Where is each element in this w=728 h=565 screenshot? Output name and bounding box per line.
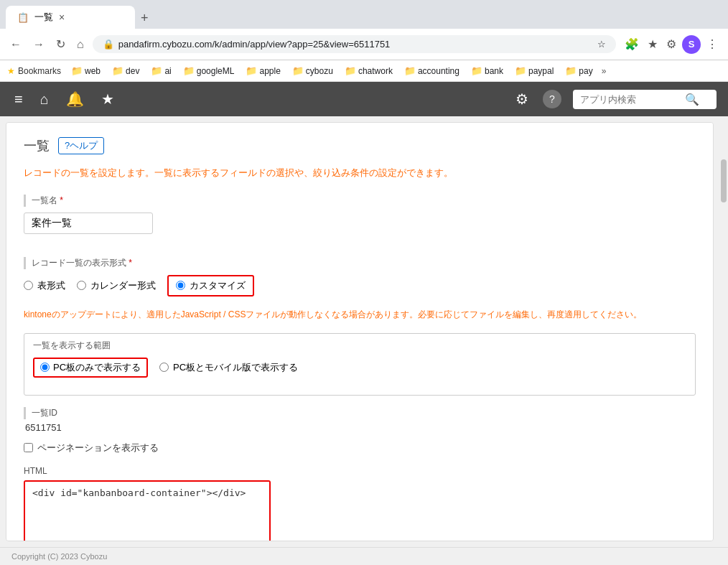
radio-table-item[interactable]: 表形式 <box>24 279 65 292</box>
forward-button[interactable]: → <box>30 37 47 52</box>
help-link[interactable]: ?ヘルプ <box>58 137 104 154</box>
bookmarks-label: Bookmarks <box>18 66 61 76</box>
profile-avatar[interactable]: S <box>682 35 701 54</box>
folder-icon: 📁 <box>71 65 83 76</box>
list-name-input[interactable] <box>24 213 153 234</box>
radio-table-input[interactable] <box>24 281 33 290</box>
back-button[interactable]: ← <box>7 37 24 52</box>
active-tab[interactable]: 📋 一覧 × <box>6 6 135 29</box>
content-area: 一覧 ?ヘルプ レコードの一覧を設定します。一覧に表示するフィールドの選択や、絞… <box>6 122 714 541</box>
bookmark-chatwork[interactable]: 📁chatwork <box>340 64 397 78</box>
lock-icon: 🔒 <box>103 39 114 50</box>
bookmarks-bar: ★ Bookmarks 📁web 📁dev 📁ai 📁googleML 📁app… <box>0 60 728 82</box>
list-name-section: 一覧名 * <box>24 195 696 246</box>
bookmark-paypal[interactable]: 📁paypal <box>510 64 558 78</box>
range-section-title: 一覧を表示する範囲 <box>33 340 686 352</box>
bookmark-bank[interactable]: 📁bank <box>467 64 508 78</box>
radio-custom-input[interactable] <box>176 281 185 290</box>
list-id-value: 6511751 <box>25 422 696 433</box>
bookmark-apple[interactable]: 📁apple <box>241 64 284 78</box>
radio-custom-selected[interactable]: カスタマイズ <box>167 275 254 296</box>
new-tab-button[interactable]: + <box>135 8 154 29</box>
home-icon-button[interactable]: ⌂ <box>37 88 52 111</box>
main-content: 一覧 ?ヘルプ レコードの一覧を設定します。一覧に表示するフィールドの選択や、絞… <box>0 116 728 547</box>
folder-icon: 📁 <box>471 65 482 76</box>
range-pc-only-input[interactable] <box>40 363 50 372</box>
url-text: pandafirm.cybozu.com/k/admin/app/view?ap… <box>118 39 593 50</box>
pagination-label: ページネーションを表示する <box>37 442 159 454</box>
bookmark-accounting[interactable]: 📁accounting <box>400 64 464 78</box>
settings-button[interactable]: ⚙ <box>663 36 679 52</box>
range-radio-group: PC板のみで表示する PC板とモバイル版で表示する <box>33 358 686 378</box>
radio-table-label: 表形式 <box>37 279 65 292</box>
kintone-toolbar: ≡ ⌂ 🔔 ★ ⚙ ? 🔍 <box>0 82 728 116</box>
range-pc-only-selected[interactable]: PC板のみで表示する <box>33 358 148 378</box>
search-input[interactable] <box>580 94 681 105</box>
tab-bar: 📋 一覧 × + <box>0 0 728 29</box>
bookmarks-star-icon: ★ <box>7 66 15 76</box>
more-bookmarks[interactable]: » <box>602 66 607 76</box>
bookmark-web[interactable]: 📁web <box>67 64 105 78</box>
list-id-label: 一覧ID <box>24 407 696 419</box>
menu-button[interactable]: ⋮ <box>704 36 721 52</box>
footer: Copyright (C) 2023 Cybozu <box>0 547 728 565</box>
url-bar[interactable]: 🔒 pandafirm.cybozu.com/k/admin/app/view?… <box>93 35 616 53</box>
bookmark-star-icon[interactable]: ☆ <box>597 39 606 50</box>
pagination-checkbox-row[interactable]: ページネーションを表示する <box>24 442 696 454</box>
bookmark-googleml[interactable]: 📁googleML <box>179 64 239 78</box>
extensions-button[interactable]: 🧩 <box>622 36 642 52</box>
scrollbar-thumb[interactable] <box>721 159 727 202</box>
bookmark-ai[interactable]: 📁ai <box>146 64 175 78</box>
browser-window: 📋 一覧 × + ← → ↻ ⌂ 🔒 pandafirm.cybozu.com/… <box>0 0 728 565</box>
browser-actions: 🧩 ★ ⚙ S ⋮ <box>622 35 721 54</box>
display-format-label: レコード一覧の表示形式 <box>32 258 126 268</box>
radio-calendar-item[interactable]: カレンダー形式 <box>77 279 156 292</box>
page-header: 一覧 ?ヘルプ <box>24 137 696 154</box>
copyright-text: Copyright (C) 2023 Cybozu <box>11 552 107 561</box>
folder-icon: 📁 <box>151 65 162 76</box>
radio-calendar-label: カレンダー形式 <box>90 279 156 292</box>
bookmark-icon[interactable]: ★ <box>645 36 661 52</box>
radio-custom-label: カスタマイズ <box>190 279 246 292</box>
bell-icon-button[interactable]: 🔔 <box>63 88 87 111</box>
bookmark-cybozu[interactable]: 📁cybozu <box>288 64 337 78</box>
list-id-section: 一覧ID 6511751 <box>24 407 696 433</box>
bookmark-pay[interactable]: 📁pay <box>561 64 597 78</box>
range-section: 一覧を表示する範囲 PC板のみで表示する PC板とモバイル版で表示する <box>24 333 696 396</box>
menu-icon-button[interactable]: ≡ <box>11 88 26 111</box>
search-box[interactable]: 🔍 <box>573 90 717 109</box>
display-format-radio-group: 表形式 カレンダー形式 カスタマイズ <box>24 275 696 296</box>
list-name-label: 一覧名 <box>32 195 57 205</box>
range-pc-mobile-label: PC板とモバイル版で表示する <box>173 361 298 374</box>
warning-text: kintoneのアップデートにより、適用したJavaScript / CSSファ… <box>24 308 696 322</box>
home-button[interactable]: ⌂ <box>74 37 87 52</box>
star-icon-button[interactable]: ★ <box>98 88 117 111</box>
html-textarea-wrapper: <div id="kanbanboard-container"></div> <box>24 480 271 541</box>
folder-icon: 📁 <box>246 65 257 76</box>
range-pc-mobile-input[interactable] <box>159 363 169 372</box>
folder-icon: 📁 <box>515 65 526 76</box>
radio-calendar-input[interactable] <box>77 281 86 290</box>
html-label: HTML <box>24 466 696 476</box>
help-icon-button[interactable]: ? <box>543 90 561 108</box>
folder-icon: 📁 <box>345 65 356 76</box>
folder-icon: 📁 <box>404 65 416 76</box>
gear-icon-button[interactable]: ⚙ <box>513 88 531 111</box>
folder-icon: 📁 <box>112 65 123 76</box>
search-button[interactable]: 🔍 <box>685 93 699 106</box>
description-text: レコードの一覧を設定します。一覧に表示するフィールドの選択や、絞り込み条件の設定… <box>24 166 696 180</box>
close-tab-button[interactable]: × <box>59 11 65 23</box>
folder-icon: 📁 <box>292 65 304 76</box>
range-pc-mobile-item[interactable]: PC板とモバイル版で表示する <box>159 361 298 374</box>
range-pc-only-label: PC板のみで表示する <box>53 361 141 374</box>
scrollbar[interactable] <box>719 116 728 547</box>
reload-button[interactable]: ↻ <box>53 36 68 52</box>
required-mark: * <box>60 195 63 205</box>
required-mark2: * <box>129 258 132 268</box>
address-bar: ← → ↻ ⌂ 🔒 pandafirm.cybozu.com/k/admin/a… <box>0 29 728 60</box>
pagination-checkbox[interactable] <box>24 443 33 452</box>
bookmark-dev[interactable]: 📁dev <box>108 64 144 78</box>
folder-icon: 📁 <box>183 65 195 76</box>
html-textarea[interactable]: <div id="kanbanboard-container"></div> <box>25 482 269 541</box>
display-format-section: レコード一覧の表示形式 * 表形式 カレンダー形式 カスタマイズ <box>24 257 696 296</box>
